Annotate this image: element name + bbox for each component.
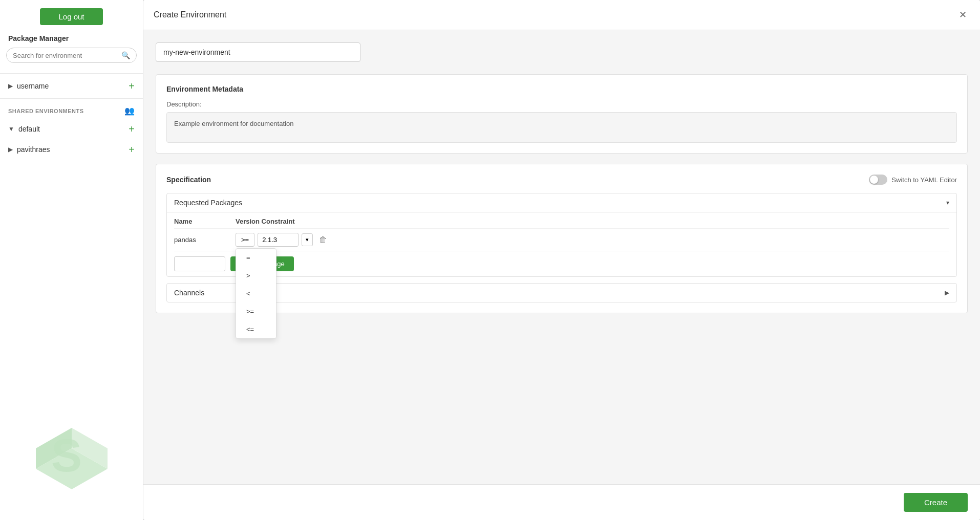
add-default-env-icon[interactable]: + xyxy=(129,124,135,134)
requested-packages-label: Requested Packages xyxy=(174,199,946,207)
constraint-value: >= xyxy=(241,236,249,244)
search-icon: 🔍 xyxy=(121,51,130,59)
channels-header[interactable]: Channels ▶ xyxy=(167,284,956,302)
app-logo: S xyxy=(15,397,128,510)
package-row-pandas: pandas >= ▾ 🗑 = xyxy=(174,229,949,251)
username-label: username xyxy=(17,82,129,90)
create-environment-dialog: Create Environment ✕ Environment Metadat… xyxy=(143,0,980,520)
col-name-header: Name xyxy=(174,218,236,225)
delete-package-button[interactable]: 🗑 xyxy=(316,234,330,246)
constraint-option-lt[interactable]: < xyxy=(236,285,276,302)
users-icon: 👥 xyxy=(124,106,135,116)
divider2 xyxy=(0,98,143,99)
default-env-label: default xyxy=(18,125,129,133)
requested-packages-section: Requested Packages ▾ Name Version Constr… xyxy=(166,193,957,277)
dialog-body: Environment Metadata Description: Exampl… xyxy=(143,30,980,484)
shared-envs-header: SHARED ENVIRONMENTS 👥 xyxy=(0,101,143,119)
package-manager-title: Package Manager xyxy=(0,34,143,48)
chevron-down-icon: ▾ xyxy=(946,199,949,206)
dialog-title: Create Environment xyxy=(154,10,956,19)
package-name: pandas xyxy=(174,236,236,244)
description-box[interactable]: Example environment for documentation xyxy=(166,112,957,143)
col-version-header: Version Constraint xyxy=(236,218,949,225)
collapse-icon: ▼ xyxy=(8,125,14,133)
packages-header[interactable]: Requested Packages ▾ xyxy=(167,193,956,212)
toggle-knob xyxy=(870,176,878,184)
add-env-icon[interactable]: + xyxy=(129,81,135,91)
constraint-dropdown: = > < >= <= xyxy=(236,248,276,339)
logo-area: S xyxy=(15,160,128,520)
version-constraint-cell: >= ▾ 🗑 xyxy=(236,233,949,247)
yaml-toggle-area: Switch to YAML Editor xyxy=(869,175,957,185)
sidebar: Log out Package Manager 🔍 ▶ username + S… xyxy=(0,0,143,520)
divider xyxy=(0,73,143,74)
description-label: Description: xyxy=(166,100,957,108)
constraint-button[interactable]: >= xyxy=(236,233,254,247)
column-headers: Name Version Constraint xyxy=(174,212,949,229)
new-package-name-input[interactable] xyxy=(174,256,225,271)
add-package-row: + Add Package xyxy=(174,251,949,276)
search-container: 🔍 xyxy=(6,48,137,63)
channels-label: Channels xyxy=(174,289,945,297)
yaml-editor-toggle[interactable] xyxy=(869,175,887,185)
expand-pavithraes-icon: ▶ xyxy=(8,146,13,153)
chevron-right-icon: ▶ xyxy=(945,289,949,296)
specification-title: Specification xyxy=(166,176,869,184)
specification-section: Specification Switch to YAML Editor Requ… xyxy=(156,164,968,313)
expand-icon: ▶ xyxy=(8,82,13,90)
shared-envs-label: SHARED ENVIRONMENTS xyxy=(8,108,124,114)
constraint-option-eq[interactable]: = xyxy=(236,249,276,267)
sidebar-item-username[interactable]: ▶ username + xyxy=(0,76,143,96)
sidebar-item-default[interactable]: ▼ default + xyxy=(0,119,143,139)
metadata-section-title: Environment Metadata xyxy=(166,85,957,93)
version-input[interactable] xyxy=(258,233,299,247)
version-dropdown-button[interactable]: ▾ xyxy=(302,233,313,246)
channels-section: Channels ▶ xyxy=(166,283,957,302)
sidebar-item-pavithraes[interactable]: ▶ pavithraes + xyxy=(0,139,143,160)
create-button[interactable]: Create xyxy=(904,493,968,512)
constraint-option-lte[interactable]: <= xyxy=(236,320,276,338)
constraint-option-gte[interactable]: >= xyxy=(236,302,276,320)
svg-text:S: S xyxy=(51,430,82,481)
yaml-editor-label: Switch to YAML Editor xyxy=(891,176,957,184)
env-name-input[interactable] xyxy=(156,42,360,62)
metadata-section: Environment Metadata Description: Exampl… xyxy=(156,74,968,154)
spec-header: Specification Switch to YAML Editor xyxy=(166,175,957,185)
logout-button[interactable]: Log out xyxy=(40,8,102,25)
search-input[interactable] xyxy=(13,52,121,59)
add-pavithraes-env-icon[interactable]: + xyxy=(129,144,135,155)
dialog-footer: Create xyxy=(143,484,980,520)
close-button[interactable]: ✕ xyxy=(956,8,970,21)
dialog-header: Create Environment ✕ xyxy=(143,0,980,30)
packages-table: Name Version Constraint pandas >= xyxy=(167,212,956,276)
constraint-option-gt[interactable]: > xyxy=(236,267,276,285)
main-content: Create Environment ✕ Environment Metadat… xyxy=(143,0,980,520)
pavithraes-label: pavithraes xyxy=(17,145,129,154)
